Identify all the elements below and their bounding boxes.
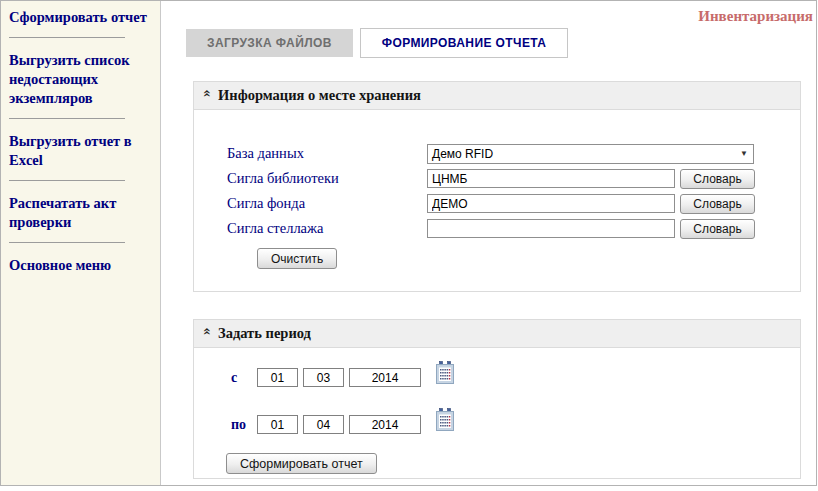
storage-panel-header: « Информация о месте хранения xyxy=(194,82,800,110)
main-content: Инвентаризация ЗАГРУЗКА ФАЙЛОВ ФОРМИРОВА… xyxy=(162,1,816,485)
sidebar-item-print-act[interactable]: Распечатать акт проверки xyxy=(9,194,150,232)
page: Сформировать отчет Выгрузить список недо… xyxy=(0,0,817,486)
from-day-input[interactable] xyxy=(257,368,298,387)
fund-sigla-row: Сигла фонда Словарь xyxy=(227,191,800,216)
fund-sigla-input[interactable] xyxy=(427,194,675,213)
sidebar-divider xyxy=(9,37,125,38)
library-sigla-row: Сигла библиотеки Словарь xyxy=(227,166,800,191)
sidebar: Сформировать отчет Выгрузить список недо… xyxy=(1,1,161,485)
sidebar-item-export-excel[interactable]: Выгрузить отчет в Excel xyxy=(9,132,150,170)
shelf-sigla-label: Сигла стеллажа xyxy=(227,220,427,237)
collapse-icon[interactable]: « xyxy=(199,90,216,102)
shelf-sigla-input[interactable] xyxy=(427,219,675,238)
database-row: База данных Демо RFID ▼ xyxy=(227,141,800,166)
sidebar-divider xyxy=(9,118,125,119)
from-month-input[interactable] xyxy=(303,368,344,387)
library-sigla-input[interactable] xyxy=(427,169,675,188)
to-year-input[interactable] xyxy=(349,415,421,434)
calendar-icon[interactable] xyxy=(436,408,454,431)
storage-panel-title: Информация о месте хранения xyxy=(218,87,421,104)
storage-info-panel: « Информация о месте хранения База данны… xyxy=(193,81,801,292)
to-day-input[interactable] xyxy=(257,415,298,434)
sidebar-item-main-menu[interactable]: Основное меню xyxy=(9,256,150,275)
period-to-label: по xyxy=(231,417,257,433)
generate-report-button[interactable]: Сформировать отчет xyxy=(226,453,377,474)
period-panel-header: « Задать период xyxy=(194,320,800,348)
period-from-label: с xyxy=(231,370,257,386)
shelf-dictionary-button[interactable]: Словарь xyxy=(680,219,755,239)
sidebar-divider xyxy=(9,242,125,243)
page-title: Инвентаризация xyxy=(698,8,813,25)
database-select[interactable]: Демо RFID ▼ xyxy=(427,144,754,164)
fund-sigla-label: Сигла фонда xyxy=(227,195,427,212)
period-from-row: с xyxy=(231,366,800,389)
period-panel: « Задать период с xyxy=(193,319,801,479)
to-month-input[interactable] xyxy=(303,415,344,434)
chevron-down-icon: ▼ xyxy=(740,149,748,158)
from-year-input[interactable] xyxy=(349,368,421,387)
database-label: База данных xyxy=(227,145,427,162)
sidebar-divider xyxy=(9,180,125,181)
library-sigla-label: Сигла библиотеки xyxy=(227,170,427,187)
fund-dictionary-button[interactable]: Словарь xyxy=(680,194,755,214)
tab-bar: ЗАГРУЗКА ФАЙЛОВ ФОРМИРОВАНИЕ ОТЧЕТА xyxy=(186,28,568,58)
calendar-icon[interactable] xyxy=(436,361,454,384)
tab-report-generation[interactable]: ФОРМИРОВАНИЕ ОТЧЕТА xyxy=(360,28,569,58)
database-select-value: Демо RFID xyxy=(432,147,493,161)
shelf-sigla-row: Сигла стеллажа Словарь xyxy=(227,216,800,241)
period-panel-title: Задать период xyxy=(218,325,311,342)
clear-button[interactable]: Очистить xyxy=(257,248,337,269)
period-to-row: по xyxy=(231,413,800,436)
library-dictionary-button[interactable]: Словарь xyxy=(680,169,755,189)
tab-file-upload[interactable]: ЗАГРУЗКА ФАЙЛОВ xyxy=(186,29,353,57)
sidebar-item-missing-copies[interactable]: Выгрузить список недостающих экземпляров xyxy=(9,51,150,108)
collapse-icon[interactable]: « xyxy=(199,328,216,340)
sidebar-item-generate-report[interactable]: Сформировать отчет xyxy=(9,8,150,27)
